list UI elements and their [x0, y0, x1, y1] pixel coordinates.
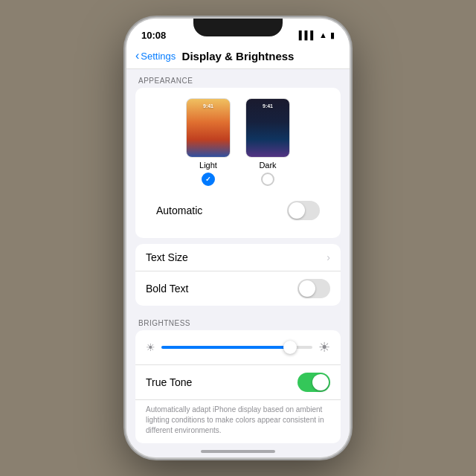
light-preview-time: 9:41 — [187, 103, 230, 109]
dark-theme-radio[interactable] — [261, 173, 274, 186]
text-settings-card: Text Size › Bold Text — [135, 244, 341, 306]
notch — [193, 19, 283, 36]
brightness-low-icon: ☀ — [146, 341, 155, 353]
status-icons: ▌▌▌ ▲ ▮ — [299, 30, 335, 40]
text-size-chevron-icon: › — [327, 251, 330, 263]
theme-options-row: 9:41 Light 9:41 Dark — [146, 98, 330, 186]
light-theme-radio[interactable] — [202, 173, 215, 186]
brightness-thumb — [283, 341, 297, 354]
content-area: APPEARANCE 9:41 Light 9:41 — [126, 69, 350, 448]
bold-text-label: Bold Text — [146, 283, 188, 295]
light-theme-label: Light — [199, 161, 217, 170]
dark-theme-preview: 9:41 — [245, 98, 290, 158]
true-tone-description: Automatically adapt iPhone display based… — [135, 400, 341, 443]
brightness-slider-row: ☀ ☀ — [135, 330, 341, 365]
true-tone-row: True Tone — [135, 365, 341, 400]
back-button[interactable]: ‹ Settings — [135, 50, 176, 62]
automatic-row: Automatic — [146, 193, 330, 228]
status-time: 10:08 — [141, 30, 166, 41]
true-tone-toggle[interactable] — [298, 373, 330, 392]
light-theme-option[interactable]: 9:41 Light — [186, 98, 231, 186]
home-indicator — [201, 450, 275, 453]
light-theme-preview: 9:41 — [186, 98, 231, 158]
automatic-toggle[interactable] — [287, 201, 320, 220]
wifi-icon: ▲ — [319, 30, 327, 39]
automatic-label: Automatic — [156, 205, 202, 216]
bold-text-toggle[interactable] — [298, 279, 330, 298]
brightness-card: ☀ ☀ True Tone Automatically adapt iPhone… — [135, 330, 341, 443]
nav-title: Display & Brightness — [182, 50, 295, 62]
brightness-section-label: BRIGHTNESS — [126, 312, 350, 330]
true-tone-label: True Tone — [146, 376, 192, 388]
dark-theme-option[interactable]: 9:41 Dark — [245, 98, 290, 186]
text-size-label: Text Size — [146, 251, 188, 263]
true-tone-toggle-knob — [312, 374, 329, 390]
text-size-row[interactable]: Text Size › — [135, 244, 341, 271]
battery-icon: ▮ — [330, 30, 335, 40]
brightness-slider[interactable] — [161, 346, 312, 349]
back-label: Settings — [141, 51, 176, 62]
phone-frame: 10:08 ▌▌▌ ▲ ▮ ‹ Settings Display & Brigh… — [126, 19, 350, 457]
dark-preview-time: 9:41 — [246, 103, 289, 109]
text-size-value: › — [327, 251, 330, 263]
back-arrow-icon: ‹ — [135, 49, 139, 62]
phone-screen: 10:08 ▌▌▌ ▲ ▮ ‹ Settings Display & Brigh… — [126, 19, 350, 457]
bold-text-row: Bold Text — [135, 271, 341, 306]
bold-text-toggle-knob — [299, 280, 315, 297]
brightness-fill — [161, 346, 290, 349]
dark-theme-label: Dark — [259, 161, 276, 170]
brightness-high-icon: ☀ — [318, 339, 330, 356]
signal-icon: ▌▌▌ — [299, 30, 316, 39]
appearance-card: 9:41 Light 9:41 Dark — [135, 88, 341, 238]
appearance-section-label: APPEARANCE — [126, 69, 350, 88]
automatic-toggle-knob — [289, 202, 305, 219]
nav-bar: ‹ Settings Display & Brightness — [126, 45, 350, 69]
